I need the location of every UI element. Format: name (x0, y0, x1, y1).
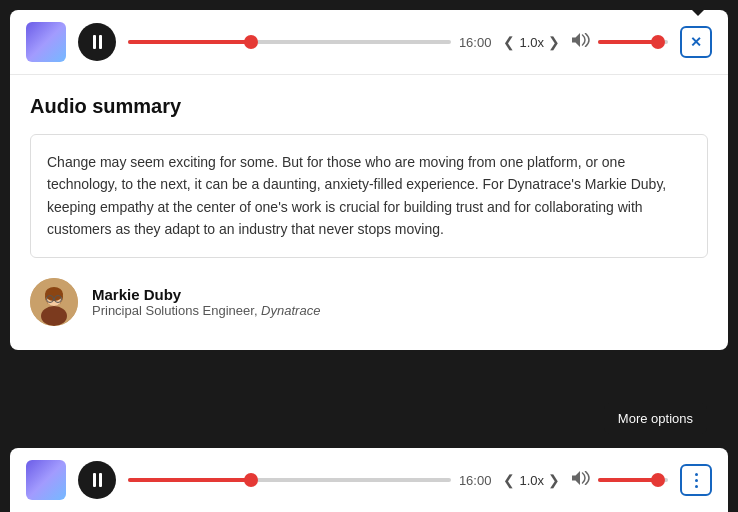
speed-decrease-button[interactable]: ❮ (503, 34, 515, 50)
audio-summary-section: Audio summary Change may seem exciting f… (10, 75, 728, 350)
speed-control: ❮ 1.0x ❯ (503, 34, 560, 50)
bottom-volume-fill (598, 478, 658, 482)
volume-track[interactable] (598, 40, 668, 44)
bottom-speed-value: 1.0x (519, 473, 544, 488)
top-audio-card: 16:00 ❮ 1.0x ❯ Close (10, 10, 728, 350)
bottom-speed-increase-button[interactable]: ❯ (548, 472, 560, 488)
summary-text: Change may seem exciting for some. But f… (47, 151, 691, 241)
svg-point-2 (41, 306, 67, 326)
volume-thumb (651, 35, 665, 49)
bottom-time-label: 16:00 (459, 473, 492, 488)
bottom-volume-track[interactable] (598, 478, 668, 482)
progress-thumb (244, 35, 258, 49)
audio-summary-title: Audio summary (30, 95, 708, 118)
bottom-volume-thumb (651, 473, 665, 487)
volume-fill (598, 40, 658, 44)
summary-text-box: Change may seem exciting for some. But f… (30, 134, 708, 258)
progress-container: 16:00 (128, 35, 491, 50)
bottom-progress-thumb (244, 473, 258, 487)
close-button-wrapper: Close ✕ (680, 26, 712, 58)
bottom-progress-fill (128, 478, 251, 482)
progress-fill (128, 40, 251, 44)
time-label: 16:00 (459, 35, 492, 50)
bottom-progress-container: 16:00 (128, 473, 491, 488)
bottom-progress-track[interactable] (128, 478, 451, 482)
bottom-volume-container (572, 471, 668, 489)
author-name: Markie Duby (92, 286, 320, 303)
author-row: Markie Duby Principal Solutions Engineer… (30, 278, 708, 326)
author-info: Markie Duby Principal Solutions Engineer… (92, 286, 320, 318)
close-button[interactable]: ✕ (680, 26, 712, 58)
podcast-thumbnail (26, 22, 66, 62)
speed-increase-button[interactable]: ❯ (548, 34, 560, 50)
bottom-pause-icon (93, 473, 102, 487)
bottom-player-bar: 16:00 ❮ 1.0x ❯ More options (10, 448, 728, 512)
close-icon: ✕ (690, 34, 702, 50)
speed-value: 1.0x (519, 35, 544, 50)
bottom-pause-button[interactable] (78, 461, 116, 499)
author-company: Dynatrace (261, 303, 320, 318)
more-options-wrapper: More options (680, 464, 712, 496)
author-role: Principal Solutions Engineer, Dynatrace (92, 303, 320, 318)
more-options-button[interactable] (680, 464, 712, 496)
author-avatar (30, 278, 78, 326)
top-player-bar: 16:00 ❮ 1.0x ❯ Close (10, 10, 728, 75)
volume-container (572, 33, 668, 51)
bottom-speed-control: ❮ 1.0x ❯ (503, 472, 560, 488)
bottom-speed-decrease-button[interactable]: ❮ (503, 472, 515, 488)
more-options-tooltip: More options (604, 403, 707, 434)
progress-track[interactable] (128, 40, 451, 44)
three-dots-icon (695, 473, 698, 488)
bottom-volume-icon (572, 471, 590, 489)
pause-icon (93, 35, 102, 49)
pause-button[interactable] (78, 23, 116, 61)
volume-icon (572, 33, 590, 51)
bottom-podcast-thumbnail (26, 460, 66, 500)
